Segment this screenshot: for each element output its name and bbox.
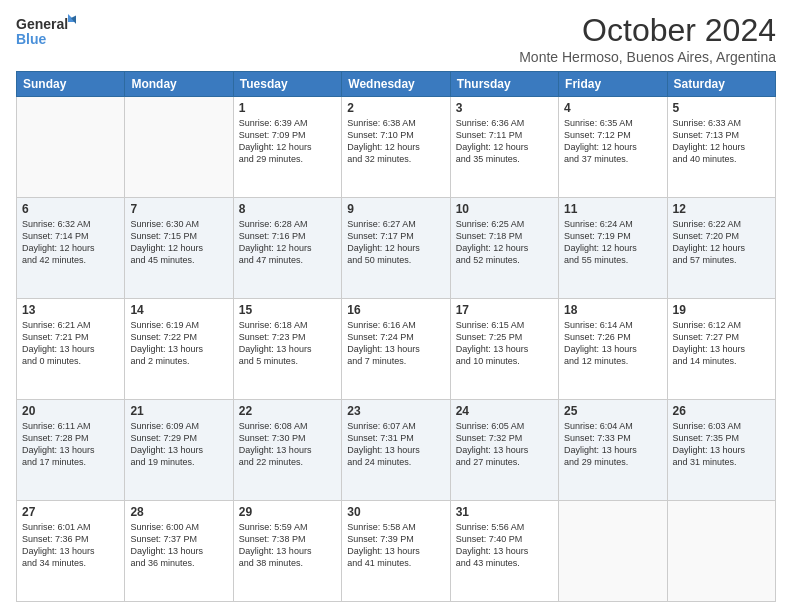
- day-number: 7: [130, 202, 227, 216]
- day-number: 29: [239, 505, 336, 519]
- calendar-week-row: 13Sunrise: 6:21 AM Sunset: 7:21 PM Dayli…: [17, 299, 776, 400]
- calendar-cell: 28Sunrise: 6:00 AM Sunset: 7:37 PM Dayli…: [125, 501, 233, 602]
- day-number: 17: [456, 303, 553, 317]
- day-info: Sunrise: 6:05 AM Sunset: 7:32 PM Dayligh…: [456, 420, 553, 469]
- col-thursday: Thursday: [450, 72, 558, 97]
- day-info: Sunrise: 6:03 AM Sunset: 7:35 PM Dayligh…: [673, 420, 770, 469]
- header: General Blue October 2024 Monte Hermoso,…: [16, 12, 776, 65]
- calendar-cell: 31Sunrise: 5:56 AM Sunset: 7:40 PM Dayli…: [450, 501, 558, 602]
- calendar-cell: 30Sunrise: 5:58 AM Sunset: 7:39 PM Dayli…: [342, 501, 450, 602]
- svg-text:Blue: Blue: [16, 31, 47, 47]
- calendar-cell: 22Sunrise: 6:08 AM Sunset: 7:30 PM Dayli…: [233, 400, 341, 501]
- calendar-cell: 5Sunrise: 6:33 AM Sunset: 7:13 PM Daylig…: [667, 97, 775, 198]
- calendar-cell: 18Sunrise: 6:14 AM Sunset: 7:26 PM Dayli…: [559, 299, 667, 400]
- day-number: 19: [673, 303, 770, 317]
- day-info: Sunrise: 6:12 AM Sunset: 7:27 PM Dayligh…: [673, 319, 770, 368]
- day-info: Sunrise: 6:33 AM Sunset: 7:13 PM Dayligh…: [673, 117, 770, 166]
- title-section: October 2024 Monte Hermoso, Buenos Aires…: [519, 12, 776, 65]
- calendar-cell: 11Sunrise: 6:24 AM Sunset: 7:19 PM Dayli…: [559, 198, 667, 299]
- day-number: 30: [347, 505, 444, 519]
- calendar-cell: 19Sunrise: 6:12 AM Sunset: 7:27 PM Dayli…: [667, 299, 775, 400]
- calendar-week-row: 1Sunrise: 6:39 AM Sunset: 7:09 PM Daylig…: [17, 97, 776, 198]
- col-monday: Monday: [125, 72, 233, 97]
- calendar-cell: 14Sunrise: 6:19 AM Sunset: 7:22 PM Dayli…: [125, 299, 233, 400]
- calendar-cell: [17, 97, 125, 198]
- calendar-week-row: 6Sunrise: 6:32 AM Sunset: 7:14 PM Daylig…: [17, 198, 776, 299]
- calendar-cell: 1Sunrise: 6:39 AM Sunset: 7:09 PM Daylig…: [233, 97, 341, 198]
- calendar-cell: 20Sunrise: 6:11 AM Sunset: 7:28 PM Dayli…: [17, 400, 125, 501]
- calendar-cell: 9Sunrise: 6:27 AM Sunset: 7:17 PM Daylig…: [342, 198, 450, 299]
- calendar-table: Sunday Monday Tuesday Wednesday Thursday…: [16, 71, 776, 602]
- calendar-week-row: 27Sunrise: 6:01 AM Sunset: 7:36 PM Dayli…: [17, 501, 776, 602]
- day-info: Sunrise: 6:35 AM Sunset: 7:12 PM Dayligh…: [564, 117, 661, 166]
- day-number: 10: [456, 202, 553, 216]
- day-info: Sunrise: 6:36 AM Sunset: 7:11 PM Dayligh…: [456, 117, 553, 166]
- day-number: 25: [564, 404, 661, 418]
- day-number: 24: [456, 404, 553, 418]
- day-info: Sunrise: 5:56 AM Sunset: 7:40 PM Dayligh…: [456, 521, 553, 570]
- day-info: Sunrise: 6:07 AM Sunset: 7:31 PM Dayligh…: [347, 420, 444, 469]
- col-tuesday: Tuesday: [233, 72, 341, 97]
- day-info: Sunrise: 6:09 AM Sunset: 7:29 PM Dayligh…: [130, 420, 227, 469]
- day-number: 27: [22, 505, 119, 519]
- calendar-cell: 16Sunrise: 6:16 AM Sunset: 7:24 PM Dayli…: [342, 299, 450, 400]
- svg-text:General: General: [16, 16, 68, 32]
- day-number: 12: [673, 202, 770, 216]
- day-number: 8: [239, 202, 336, 216]
- calendar-cell: 4Sunrise: 6:35 AM Sunset: 7:12 PM Daylig…: [559, 97, 667, 198]
- day-number: 13: [22, 303, 119, 317]
- day-info: Sunrise: 5:58 AM Sunset: 7:39 PM Dayligh…: [347, 521, 444, 570]
- day-number: 15: [239, 303, 336, 317]
- day-info: Sunrise: 6:15 AM Sunset: 7:25 PM Dayligh…: [456, 319, 553, 368]
- day-info: Sunrise: 6:01 AM Sunset: 7:36 PM Dayligh…: [22, 521, 119, 570]
- day-info: Sunrise: 6:24 AM Sunset: 7:19 PM Dayligh…: [564, 218, 661, 267]
- calendar-cell: 3Sunrise: 6:36 AM Sunset: 7:11 PM Daylig…: [450, 97, 558, 198]
- day-number: 1: [239, 101, 336, 115]
- day-number: 18: [564, 303, 661, 317]
- calendar-cell: 10Sunrise: 6:25 AM Sunset: 7:18 PM Dayli…: [450, 198, 558, 299]
- day-info: Sunrise: 6:11 AM Sunset: 7:28 PM Dayligh…: [22, 420, 119, 469]
- col-wednesday: Wednesday: [342, 72, 450, 97]
- day-info: Sunrise: 6:25 AM Sunset: 7:18 PM Dayligh…: [456, 218, 553, 267]
- day-number: 4: [564, 101, 661, 115]
- day-number: 26: [673, 404, 770, 418]
- day-info: Sunrise: 6:38 AM Sunset: 7:10 PM Dayligh…: [347, 117, 444, 166]
- day-info: Sunrise: 6:14 AM Sunset: 7:26 PM Dayligh…: [564, 319, 661, 368]
- day-info: Sunrise: 6:22 AM Sunset: 7:20 PM Dayligh…: [673, 218, 770, 267]
- calendar-cell: 21Sunrise: 6:09 AM Sunset: 7:29 PM Dayli…: [125, 400, 233, 501]
- calendar-cell: 17Sunrise: 6:15 AM Sunset: 7:25 PM Dayli…: [450, 299, 558, 400]
- day-number: 6: [22, 202, 119, 216]
- calendar-cell: 6Sunrise: 6:32 AM Sunset: 7:14 PM Daylig…: [17, 198, 125, 299]
- day-number: 2: [347, 101, 444, 115]
- day-info: Sunrise: 5:59 AM Sunset: 7:38 PM Dayligh…: [239, 521, 336, 570]
- calendar-cell: 15Sunrise: 6:18 AM Sunset: 7:23 PM Dayli…: [233, 299, 341, 400]
- calendar-week-row: 20Sunrise: 6:11 AM Sunset: 7:28 PM Dayli…: [17, 400, 776, 501]
- header-row: Sunday Monday Tuesday Wednesday Thursday…: [17, 72, 776, 97]
- day-info: Sunrise: 6:08 AM Sunset: 7:30 PM Dayligh…: [239, 420, 336, 469]
- day-number: 16: [347, 303, 444, 317]
- day-number: 5: [673, 101, 770, 115]
- calendar-cell: 29Sunrise: 5:59 AM Sunset: 7:38 PM Dayli…: [233, 501, 341, 602]
- day-info: Sunrise: 6:32 AM Sunset: 7:14 PM Dayligh…: [22, 218, 119, 267]
- calendar-cell: 24Sunrise: 6:05 AM Sunset: 7:32 PM Dayli…: [450, 400, 558, 501]
- day-number: 20: [22, 404, 119, 418]
- calendar-cell: 12Sunrise: 6:22 AM Sunset: 7:20 PM Dayli…: [667, 198, 775, 299]
- day-info: Sunrise: 6:19 AM Sunset: 7:22 PM Dayligh…: [130, 319, 227, 368]
- calendar-cell: 8Sunrise: 6:28 AM Sunset: 7:16 PM Daylig…: [233, 198, 341, 299]
- page: General Blue October 2024 Monte Hermoso,…: [0, 0, 792, 612]
- month-title: October 2024: [519, 12, 776, 49]
- day-info: Sunrise: 6:16 AM Sunset: 7:24 PM Dayligh…: [347, 319, 444, 368]
- location-subtitle: Monte Hermoso, Buenos Aires, Argentina: [519, 49, 776, 65]
- day-number: 11: [564, 202, 661, 216]
- day-number: 23: [347, 404, 444, 418]
- col-saturday: Saturday: [667, 72, 775, 97]
- day-info: Sunrise: 6:27 AM Sunset: 7:17 PM Dayligh…: [347, 218, 444, 267]
- day-info: Sunrise: 6:18 AM Sunset: 7:23 PM Dayligh…: [239, 319, 336, 368]
- day-number: 28: [130, 505, 227, 519]
- day-number: 9: [347, 202, 444, 216]
- day-info: Sunrise: 6:00 AM Sunset: 7:37 PM Dayligh…: [130, 521, 227, 570]
- day-info: Sunrise: 6:28 AM Sunset: 7:16 PM Dayligh…: [239, 218, 336, 267]
- col-friday: Friday: [559, 72, 667, 97]
- day-info: Sunrise: 6:39 AM Sunset: 7:09 PM Dayligh…: [239, 117, 336, 166]
- day-info: Sunrise: 6:30 AM Sunset: 7:15 PM Dayligh…: [130, 218, 227, 267]
